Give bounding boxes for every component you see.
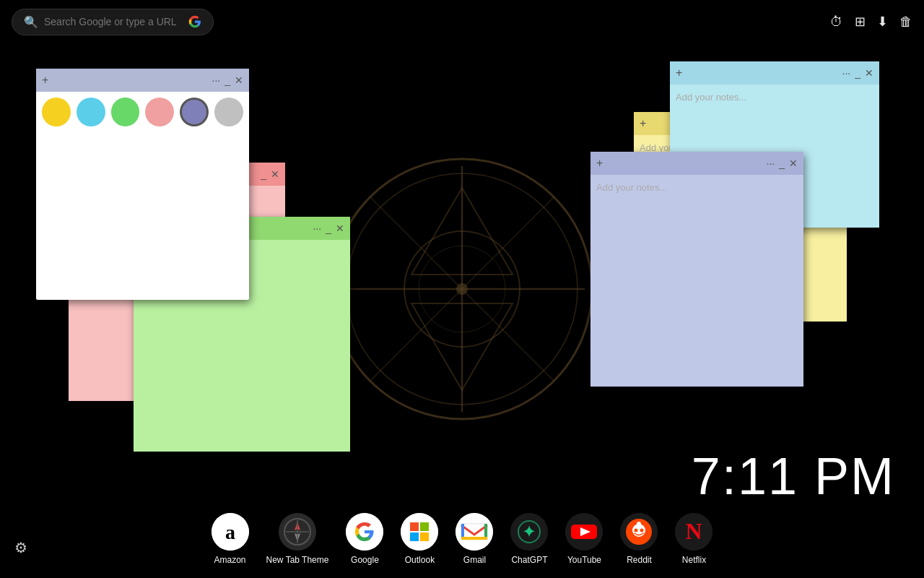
note-add-button[interactable]: + [42,74,48,87]
note-content-main[interactable] [36,129,249,296]
note-more-cyan[interactable]: ··· [842,67,851,79]
note-close-pink[interactable]: ✕ [271,168,279,180]
svg-text:a: a [225,521,235,543]
top-bar: 🔍 ⏱ ⊞ ⬇ 🗑 [0,0,924,43]
svg-rect-22 [410,522,419,531]
google-icon [346,513,383,551]
download-icon[interactable]: ⬇ [877,14,888,30]
svg-point-0 [332,159,592,419]
search-input[interactable] [44,16,183,27]
swatch-gray[interactable] [214,98,243,126]
svg-text:✦: ✦ [522,522,536,541]
note-header-purple: + ··· _ ✕ [590,152,803,175]
note-close-cyan[interactable]: ✕ [865,67,873,79]
note-add-cyan[interactable]: + [676,66,682,79]
netflix-label: Netflix [682,555,706,565]
sticky-note-main: + ··· _ ✕ [36,69,249,300]
svg-point-41 [640,529,644,532]
svg-rect-23 [420,522,429,531]
note-header-cyan: + ··· _ ✕ [670,61,879,85]
trash-icon[interactable]: 🗑 [899,14,912,30]
elden-ring-bg: ELDEN RING [318,144,606,434]
stopwatch-icon[interactable]: ⏱ [830,14,843,30]
svg-marker-8 [411,188,513,275]
swatch-cyan[interactable] [77,98,105,126]
top-bar-right: ⏱ ⊞ ⬇ 🗑 [830,14,912,30]
chatgpt-icon: ✦ [510,513,548,551]
note-header-main: + ··· _ ✕ [36,69,249,92]
note-close-purple[interactable]: ✕ [789,158,798,169]
outlook-icon [401,513,438,551]
youtube-icon [565,513,603,551]
svg-text:N: N [686,518,702,544]
bottom-dock: a Amazon New Tab Theme [0,506,924,578]
color-swatches [36,92,249,129]
google-label: Google [351,555,379,565]
svg-point-1 [346,173,578,405]
svg-point-10 [456,283,468,295]
svg-rect-25 [420,532,429,541]
note-add-purple[interactable]: + [596,157,603,170]
note-more-green[interactable]: ··· [313,223,322,234]
note-close-green[interactable]: ✕ [336,223,344,234]
svg-point-40 [635,529,638,532]
chatgpt-label: ChatGPT [511,555,547,565]
time-display: 7:11 PM [692,447,895,506]
note-minimize-button[interactable]: _ [225,74,230,86]
search-icon: 🔍 [24,15,38,29]
outlook-label: Outlook [405,555,435,565]
swatch-green[interactable] [111,98,140,126]
note-close-button[interactable]: ✕ [235,74,243,86]
google-logo-icon [188,15,201,28]
reddit-icon [620,513,658,551]
dock-item-reddit[interactable]: Reddit [620,513,658,565]
dock-item-amazon[interactable]: a Amazon [212,513,249,565]
note-minimize-green[interactable]: _ [326,223,331,234]
note-more-button[interactable]: ··· [212,74,221,86]
dock-item-gmail[interactable]: Gmail [456,513,493,565]
dock-item-netflix[interactable]: N Netflix [675,513,712,565]
svg-marker-9 [411,303,513,390]
dock-item-chatgpt[interactable]: ✦ ChatGPT [510,513,548,565]
amazon-icon: a [212,513,249,551]
svg-line-5 [370,197,554,381]
note-placeholder-cyan: Add your notes... [676,92,746,103]
dock-item-new-tab-theme[interactable]: New Tab Theme [266,513,329,565]
svg-line-4 [370,197,554,381]
dock-item-outlook[interactable]: Outlook [401,513,438,565]
note-minimize-cyan[interactable]: _ [855,67,860,79]
gmail-icon [456,513,493,551]
note-add-yellow[interactable]: + [640,117,646,130]
swatch-purple[interactable] [180,98,209,126]
search-bar[interactable]: 🔍 [12,9,214,35]
netflix-icon: N [675,513,712,551]
dock-item-google[interactable]: Google [346,513,383,565]
note-minimize-pink[interactable]: _ [261,168,266,180]
new-tab-theme-label: New Tab Theme [266,555,329,565]
note-minimize-purple[interactable]: _ [779,158,785,169]
svg-rect-21 [401,513,438,551]
svg-rect-30 [461,537,487,540]
swatch-pink[interactable] [145,98,174,126]
swatch-yellow[interactable] [42,98,71,126]
note-more-purple[interactable]: ··· [767,158,775,169]
gmail-label: Gmail [463,555,486,565]
youtube-label: YouTube [567,555,601,565]
extensions-icon[interactable]: ⊞ [855,14,866,30]
svg-point-6 [404,231,520,347]
new-tab-theme-icon [279,513,316,551]
sticky-note-purple: + ··· _ ✕ Add your notes... [590,152,803,387]
note-placeholder-purple: Add your notes... [596,182,667,193]
svg-rect-24 [410,532,419,541]
svg-point-7 [419,246,505,332]
reddit-label: Reddit [627,555,652,565]
amazon-label: Amazon [214,555,246,565]
dock-item-youtube[interactable]: YouTube [565,513,603,565]
note-content-purple[interactable]: Add your notes... [590,175,803,387]
